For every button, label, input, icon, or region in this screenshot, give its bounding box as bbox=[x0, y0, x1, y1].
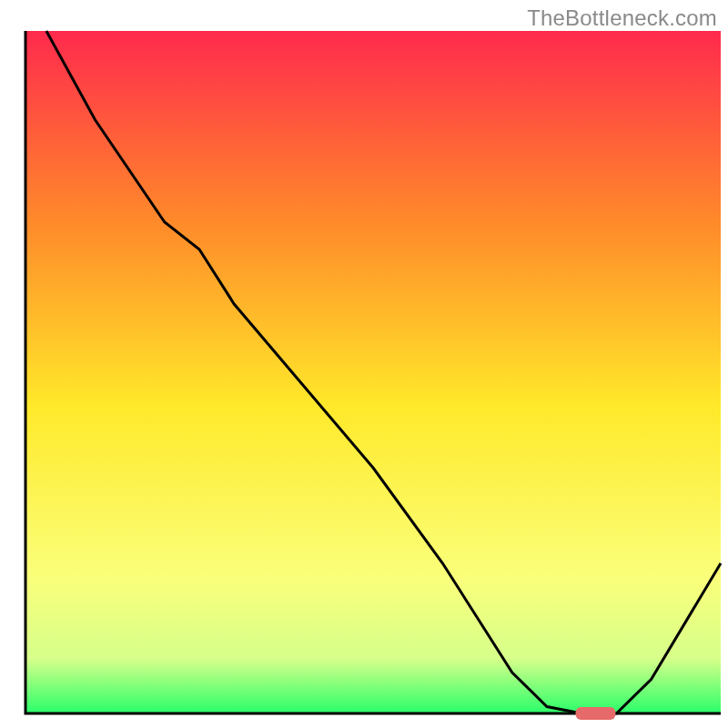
watermark-label: TheBottleneck.com bbox=[527, 5, 717, 31]
plot-background bbox=[25, 31, 721, 713]
chart-svg bbox=[0, 0, 728, 728]
optimum-marker bbox=[575, 707, 615, 720]
bottleneck-chart: TheBottleneck.com bbox=[0, 0, 728, 728]
